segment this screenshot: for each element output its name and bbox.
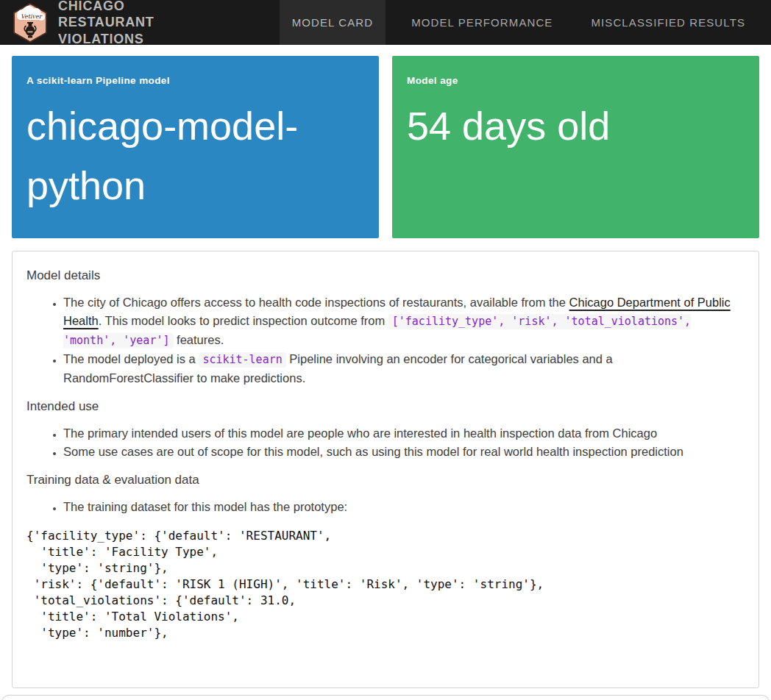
vetiver-logo-icon: Vetiver <box>12 3 49 43</box>
valuebox-model-name-value: chicago-model-python <box>26 96 305 215</box>
app-title-line2: Violations <box>58 31 222 48</box>
valuebox-model-age-label: Model age <box>407 75 745 86</box>
list-item: The city of Chicago offers access to hea… <box>63 293 745 350</box>
section-list: The city of Chicago offers access to hea… <box>26 293 745 388</box>
tab-model-card[interactable]: MODEL CARD <box>280 0 386 45</box>
tab-misclassified-results[interactable]: MISCLASSIFIED RESULTS <box>578 0 758 45</box>
valuebox-model-name-label: A scikit-learn Pipeline model <box>26 75 364 86</box>
app-title: Chicago Restaurant Violations <box>58 0 222 47</box>
section-list: The primary intended users of this model… <box>26 424 745 461</box>
model-card-panel: Model detailsThe city of Chicago offers … <box>12 251 759 688</box>
svg-text:Vetiver: Vetiver <box>21 13 43 20</box>
text-span: . This model looks to predict inspection… <box>99 314 388 327</box>
navbar-brand[interactable]: Vetiver Chicago Restaurant Violations <box>0 0 234 45</box>
valuebox-row: A scikit-learn Pipeline model chicago-mo… <box>12 56 759 238</box>
section-heading: Model details <box>26 268 745 283</box>
next-card-peek <box>1 695 770 700</box>
prototype-code-block: {'facility_type': {'default': 'RESTAURAN… <box>26 528 745 641</box>
text-span: The model deployed is a <box>63 352 199 365</box>
nav-tabs: MODEL CARD MODEL PERFORMANCE MISCLASSIFI… <box>280 0 771 45</box>
section-heading: Training data & evaluation data <box>26 473 745 488</box>
text-span: The city of Chicago offers access to hea… <box>63 296 569 309</box>
main-content: A scikit-learn Pipeline model chicago-mo… <box>0 45 771 688</box>
navbar: Vetiver Chicago Restaurant Violations MO… <box>0 0 771 45</box>
section-list: The training dataset for this model has … <box>26 498 745 516</box>
valuebox-model-age: Model age 54 days old <box>392 56 759 238</box>
app-title-line1: Chicago Restaurant <box>58 0 222 31</box>
valuebox-model-name: A scikit-learn Pipeline model chicago-mo… <box>12 56 379 238</box>
section-heading: Intended use <box>26 399 745 414</box>
list-item: The model deployed is a scikit-learn Pip… <box>63 350 745 388</box>
list-item: The primary intended users of this model… <box>63 424 745 443</box>
text-span: features. <box>174 333 224 346</box>
inline-code: scikit-learn <box>199 352 285 368</box>
text-span: The primary intended users of this model… <box>63 426 657 440</box>
list-item: Some use cases are out of scope for this… <box>63 443 745 461</box>
list-item: The training dataset for this model has … <box>63 498 745 516</box>
text-span: Some use cases are out of scope for this… <box>63 445 683 458</box>
valuebox-model-age-value: 54 days old <box>407 96 745 156</box>
tab-model-performance[interactable]: MODEL PERFORMANCE <box>399 0 565 45</box>
text-span: The training dataset for this model has … <box>63 500 347 513</box>
